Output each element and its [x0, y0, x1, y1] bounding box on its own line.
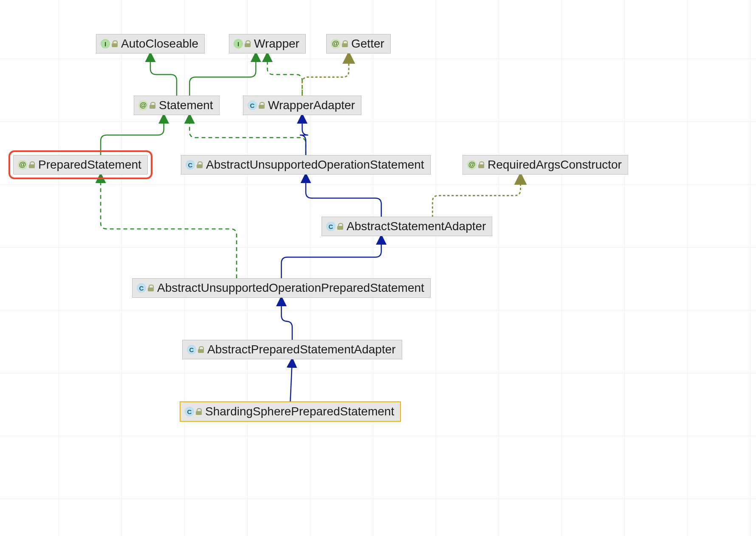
lock-icon — [337, 223, 343, 230]
lock-icon — [259, 102, 265, 109]
lock-icon — [342, 40, 348, 47]
node-label: PreparedStatement — [38, 158, 141, 172]
annotation-icon: @ — [467, 160, 477, 169]
class-icon: C — [137, 283, 146, 293]
edge-preparedstmt-to-statement — [101, 115, 164, 155]
class-icon: C — [186, 160, 195, 169]
edge-absunsupprep-to-absstmtadapter — [282, 236, 381, 278]
node-absstmtadapter[interactable]: CAbstractStatementAdapter — [322, 217, 492, 236]
class-icon: C — [326, 222, 336, 231]
edge-absprepadapter-to-absunsupprep — [282, 298, 293, 340]
edge-statement-to-wrapper — [189, 54, 256, 96]
edge-absunsupstmt-to-statement — [189, 115, 306, 155]
node-autocloseable[interactable]: IAutoCloseable — [96, 34, 205, 54]
node-label: Getter — [351, 37, 384, 51]
node-absunsupstmt[interactable]: CAbstractUnsupportedOperationStatement — [181, 155, 431, 175]
edge-absstmtadapter-to-reqargs — [432, 175, 520, 217]
lock-icon — [245, 40, 251, 47]
node-label: ShardingSpherePreparedStatement — [205, 405, 394, 418]
node-label: RequiredArgsConstructor — [488, 158, 622, 172]
node-label: Statement — [159, 99, 213, 112]
node-wrapper[interactable]: IWrapper — [229, 34, 306, 54]
lock-icon — [197, 161, 203, 168]
lock-icon — [148, 285, 154, 291]
lock-icon — [150, 102, 155, 109]
edge-absstmtadapter-to-absunsupstmt — [306, 175, 381, 217]
node-shardingprep[interactable]: CShardingSpherePreparedStatement — [180, 401, 401, 422]
class-icon: C — [248, 101, 257, 110]
node-preparedstmt[interactable]: @PreparedStatement — [13, 155, 148, 175]
lock-icon — [112, 40, 118, 47]
node-label: AbstractStatementAdapter — [347, 220, 486, 233]
annotation-icon: @ — [331, 39, 340, 48]
node-reqargs[interactable]: @RequiredArgsConstructor — [463, 155, 628, 175]
node-label: AbstractUnsupportedOperationStatement — [206, 158, 424, 172]
class-icon: C — [187, 345, 196, 354]
edge-statement-to-autocloseable — [150, 54, 177, 96]
edge-absunsupstmt-to-wrapperadapter — [300, 115, 308, 155]
interface-icon: I — [234, 39, 243, 48]
node-label: AbstractPreparedStatementAdapter — [207, 343, 396, 356]
node-getter[interactable]: @Getter — [326, 34, 391, 54]
node-label: WrapperAdapter — [268, 99, 355, 112]
node-wrapperadapter[interactable]: CWrapperAdapter — [243, 96, 361, 115]
interface-icon: I — [101, 39, 110, 48]
node-absprepadapter[interactable]: CAbstractPreparedStatementAdapter — [182, 340, 402, 359]
lock-icon — [29, 161, 35, 168]
annotation-icon: @ — [138, 101, 148, 110]
node-label: AutoCloseable — [121, 37, 198, 51]
class-icon: C — [185, 407, 194, 416]
diagram-canvas[interactable]: IAutoCloseableIWrapper@Getter@StatementC… — [0, 0, 756, 536]
annotation-icon: @ — [18, 160, 27, 169]
node-label: Wrapper — [254, 37, 299, 51]
edge-absunsupprep-to-preparedstmt — [101, 175, 237, 278]
node-label: AbstractUnsupportedOperationPreparedStat… — [157, 281, 424, 295]
lock-icon — [478, 161, 484, 168]
edge-shardingprep-to-absprepadapter — [291, 359, 293, 401]
edge-wrapperadapter-to-getter — [302, 54, 349, 96]
connector-layer — [0, 0, 756, 536]
lock-icon — [196, 408, 202, 415]
node-statement[interactable]: @Statement — [134, 96, 220, 115]
node-absunsupprep[interactable]: CAbstractUnsupportedOperationPreparedSta… — [132, 278, 431, 298]
edge-wrapperadapter-to-wrapper — [268, 54, 302, 96]
lock-icon — [198, 346, 204, 353]
